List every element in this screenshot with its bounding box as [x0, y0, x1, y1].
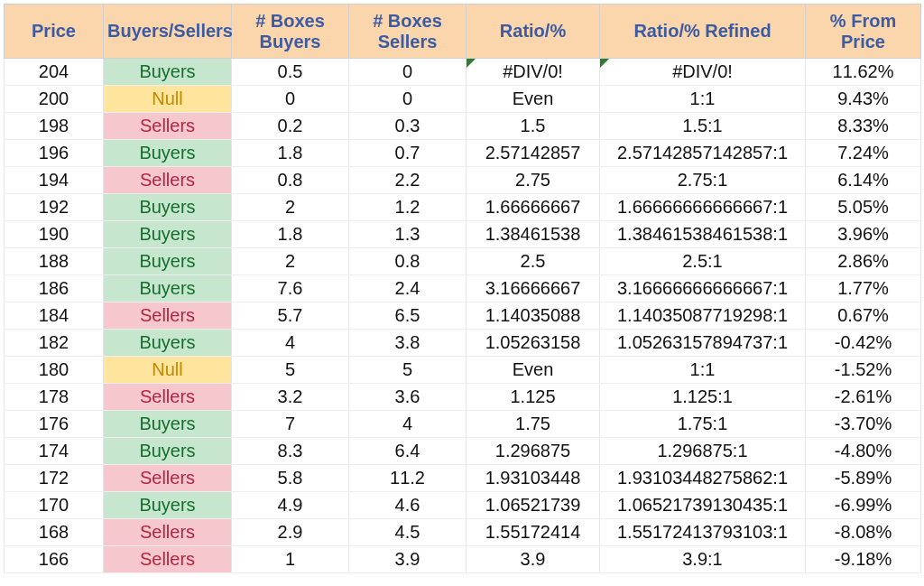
cell-pfp[interactable]: -0.42%	[806, 330, 921, 357]
cell-bb[interactable]: 4	[232, 330, 349, 357]
cell-bb[interactable]: 2.9	[232, 519, 349, 546]
cell-bs[interactable]: Buyers	[104, 59, 232, 86]
cell-sb[interactable]: 5	[349, 357, 467, 384]
cell-price[interactable]: 200	[5, 86, 104, 113]
cell-bb[interactable]: 0.2	[232, 113, 349, 140]
cell-bb[interactable]: 7	[232, 411, 349, 438]
cell-ratio[interactable]: #DIV/0!	[467, 59, 600, 86]
cell-pfp[interactable]: -9.18%	[806, 546, 921, 573]
cell-ratio[interactable]: 1.125	[467, 384, 600, 411]
cell-refined[interactable]: 1.93103448275862:1	[600, 465, 806, 492]
cell-ratio[interactable]: 1.66666667	[467, 194, 600, 221]
cell-bs[interactable]: Sellers	[104, 546, 232, 573]
cell-sb[interactable]: 11.2	[349, 465, 467, 492]
cell-price[interactable]: 194	[5, 167, 104, 194]
cell-sb[interactable]: 1.3	[349, 221, 467, 248]
cell-bs[interactable]: Buyers	[104, 411, 232, 438]
cell-bs[interactable]: Buyers	[104, 248, 232, 275]
cell-pfp[interactable]: 11.62%	[806, 59, 921, 86]
cell-refined[interactable]: 1.66666666666667:1	[600, 194, 806, 221]
header-refined[interactable]: Ratio/% Refined	[600, 5, 806, 59]
cell-pfp[interactable]: 7.24%	[806, 140, 921, 167]
cell-price[interactable]: 186	[5, 275, 104, 302]
cell-sb[interactable]: 2.4	[349, 275, 467, 302]
cell-bb[interactable]: 0.8	[232, 167, 349, 194]
cell-pfp[interactable]: 9.43%	[806, 86, 921, 113]
cell-ratio[interactable]: Even	[467, 357, 600, 384]
cell-ratio[interactable]: 1.55172414	[467, 519, 600, 546]
cell-refined[interactable]: 1.06521739130435:1	[600, 492, 806, 519]
cell-bb[interactable]: 3.2	[232, 384, 349, 411]
cell-pfp[interactable]: 2.86%	[806, 248, 921, 275]
cell-refined[interactable]: 3.9:1	[600, 546, 806, 573]
cell-refined[interactable]: 1.05263157894737:1	[600, 330, 806, 357]
header-bs[interactable]: Buyers/Sellers	[104, 5, 232, 59]
cell-price[interactable]: 168	[5, 519, 104, 546]
cell-refined[interactable]: 1:1	[600, 357, 806, 384]
cell-price[interactable]: 170	[5, 492, 104, 519]
cell-sb[interactable]: 6.5	[349, 302, 467, 330]
cell-bb[interactable]: 5.7	[232, 302, 349, 330]
cell-price[interactable]: 178	[5, 384, 104, 411]
cell-ratio[interactable]: 1.296875	[467, 438, 600, 465]
cell-sb[interactable]: 3.8	[349, 330, 467, 357]
cell-price[interactable]: 166	[5, 546, 104, 573]
cell-sb[interactable]: 6.4	[349, 438, 467, 465]
cell-refined[interactable]: 2.75:1	[600, 167, 806, 194]
cell-ratio[interactable]: 1.06521739	[467, 492, 600, 519]
cell-refined[interactable]: 3.16666666666667:1	[600, 275, 806, 302]
cell-bb[interactable]: 1	[232, 546, 349, 573]
cell-sb[interactable]: 1.2	[349, 194, 467, 221]
cell-bs[interactable]: Buyers	[104, 221, 232, 248]
cell-bb[interactable]: 1.8	[232, 140, 349, 167]
cell-sb[interactable]: 3.6	[349, 384, 467, 411]
cell-bs[interactable]: Buyers	[104, 140, 232, 167]
cell-bb[interactable]: 4.9	[232, 492, 349, 519]
cell-bb[interactable]: 5	[232, 357, 349, 384]
cell-price[interactable]: 192	[5, 194, 104, 221]
cell-sb[interactable]: 0.8	[349, 248, 467, 275]
cell-sb[interactable]: 4.5	[349, 519, 467, 546]
cell-sb[interactable]: 0	[349, 86, 467, 113]
cell-ratio[interactable]: 1.75	[467, 411, 600, 438]
cell-price[interactable]: 182	[5, 330, 104, 357]
cell-refined[interactable]: 1.55172413793103:1	[600, 519, 806, 546]
cell-bs[interactable]: Sellers	[104, 519, 232, 546]
cell-pfp[interactable]: -6.99%	[806, 492, 921, 519]
header-pfp[interactable]: % From Price	[806, 5, 921, 59]
cell-refined[interactable]: 2.57142857142857:1	[600, 140, 806, 167]
cell-bs[interactable]: Null	[104, 86, 232, 113]
cell-ratio[interactable]: 3.9	[467, 546, 600, 573]
cell-refined[interactable]: 1.38461538461538:1	[600, 221, 806, 248]
cell-refined[interactable]: 1:1	[600, 86, 806, 113]
cell-refined[interactable]: 1.14035087719298:1	[600, 302, 806, 330]
cell-bs[interactable]: Buyers	[104, 492, 232, 519]
cell-ratio[interactable]: 1.05263158	[467, 330, 600, 357]
cell-bs[interactable]: Null	[104, 357, 232, 384]
cell-pfp[interactable]: -2.61%	[806, 384, 921, 411]
cell-pfp[interactable]: -8.08%	[806, 519, 921, 546]
cell-bs[interactable]: Sellers	[104, 302, 232, 330]
cell-sb[interactable]: 3.9	[349, 546, 467, 573]
header-ratio[interactable]: Ratio/%	[467, 5, 600, 59]
cell-bb[interactable]: 0.5	[232, 59, 349, 86]
cell-ratio[interactable]: 3.16666667	[467, 275, 600, 302]
header-bb[interactable]: # Boxes Buyers	[232, 5, 349, 59]
cell-bb[interactable]: 2	[232, 248, 349, 275]
cell-ratio[interactable]: 1.93103448	[467, 465, 600, 492]
cell-price[interactable]: 198	[5, 113, 104, 140]
cell-price[interactable]: 184	[5, 302, 104, 330]
cell-refined[interactable]: 1.75:1	[600, 411, 806, 438]
cell-pfp[interactable]: 8.33%	[806, 113, 921, 140]
cell-bs[interactable]: Sellers	[104, 167, 232, 194]
cell-bb[interactable]: 5.8	[232, 465, 349, 492]
header-sb[interactable]: # Boxes Sellers	[349, 5, 467, 59]
cell-price[interactable]: 188	[5, 248, 104, 275]
cell-pfp[interactable]: -5.89%	[806, 465, 921, 492]
cell-bs[interactable]: Buyers	[104, 330, 232, 357]
cell-refined[interactable]: 1.5:1	[600, 113, 806, 140]
cell-pfp[interactable]: 5.05%	[806, 194, 921, 221]
cell-sb[interactable]: 0.7	[349, 140, 467, 167]
cell-price[interactable]: 176	[5, 411, 104, 438]
cell-ratio[interactable]: 1.14035088	[467, 302, 600, 330]
